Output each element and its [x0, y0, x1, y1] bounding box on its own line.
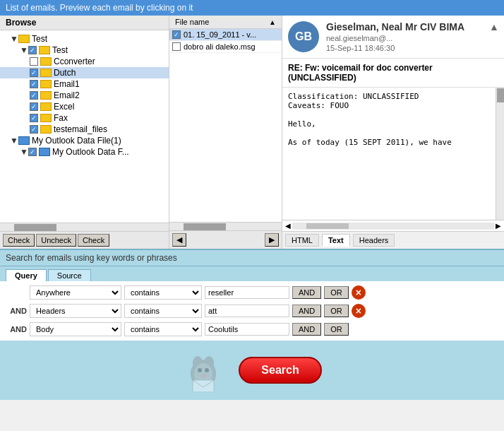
tree-item-testemail[interactable]: ✓ testemail_files — [0, 124, 169, 135]
tree-item-fax[interactable]: ✓ Fax — [0, 112, 169, 124]
search-tab-query[interactable]: Query — [6, 269, 47, 281]
check-button-2[interactable]: Check — [78, 234, 109, 247]
cat-mascot-icon — [182, 349, 224, 391]
folder-icon — [18, 35, 30, 43]
expand-icon-3: ▼ — [10, 136, 17, 146]
checkbox-test-child[interactable]: ✓ — [28, 46, 37, 54]
folder-icon-fax — [40, 114, 52, 122]
remove-button-2[interactable]: × — [352, 304, 366, 318]
file-row-1[interactable]: ✓ 01. 15_09_2011 - v... — [169, 29, 282, 41]
browse-header: Browse — [0, 16, 169, 30]
file-checkbox-1[interactable]: ✓ — [172, 30, 181, 39]
file-header: File name ▲ — [169, 16, 282, 29]
value-input-3[interactable] — [205, 323, 289, 336]
checkbox-excel[interactable]: ✓ — [30, 102, 38, 111]
tree-item-cconverter[interactable]: Cconverter — [0, 56, 169, 67]
tree-item-test-child[interactable]: ▼ ✓ Test — [0, 45, 169, 56]
body-hscroll[interactable] — [292, 223, 494, 230]
file-list[interactable]: ✓ 01. 15_09_2011 - v... dobro ali daleko… — [169, 29, 282, 222]
expand-icon-2: ▼ — [20, 45, 27, 55]
and-button-3[interactable]: AND — [292, 323, 321, 336]
tab-headers[interactable]: Headers — [353, 234, 395, 247]
sender-name: Gieselman, Neal Mr CIV BIMA — [326, 21, 483, 33]
search-row-1: Anywhere Subject Body Headers From To co… — [6, 285, 498, 300]
checkbox-cconverter[interactable] — [30, 57, 38, 66]
search-footer: Search — [0, 341, 504, 400]
nav-prev-button[interactable]: ◀ — [172, 233, 186, 247]
and-button-1[interactable]: AND — [292, 286, 321, 299]
search-panel: Search for emails using key words or phr… — [0, 249, 504, 400]
file-row-2[interactable]: dobro ali daleko.msg — [169, 41, 282, 53]
search-row-2: AND Headers Anywhere Subject Body From T… — [6, 304, 498, 318]
search-button[interactable]: Search — [239, 357, 321, 384]
checkbox-dutch[interactable]: ✓ — [30, 69, 38, 77]
or-button-3[interactable]: OR — [324, 323, 349, 336]
tree-hscroll-thumb — [14, 224, 56, 231]
tab-html[interactable]: HTML — [285, 234, 319, 247]
tree-item-outlook2[interactable]: ▼ ✓ My Outlook Data F... — [0, 146, 169, 158]
or-button-2[interactable]: OR — [324, 305, 349, 317]
and-button-2[interactable]: AND — [292, 305, 321, 317]
tree-area[interactable]: ▼ Test ▼ ✓ Test Cconverter ✓ Dutch — [0, 30, 169, 223]
search-row-3: AND Body Anywhere Subject Headers From T… — [6, 322, 498, 336]
checkbox-testemail[interactable]: ✓ — [30, 125, 38, 134]
source-select-2[interactable]: Headers Anywhere Subject Body From To — [30, 304, 121, 318]
tab-text[interactable]: Text — [322, 234, 350, 247]
value-input-1[interactable] — [205, 286, 289, 299]
value-input-2[interactable] — [205, 305, 289, 317]
body-vscroll-thumb — [497, 88, 504, 102]
folder-icon-outlook1 — [18, 136, 30, 145]
top-bar-label: List of emails. Preview each email by cl… — [6, 3, 193, 13]
tree-label-outlook2: My Outlook Data F... — [52, 147, 129, 157]
tree-item-email2[interactable]: ✓ Email2 — [0, 90, 169, 101]
check-buttons: Check Uncheck Check — [0, 231, 169, 249]
checkbox-email1[interactable]: ✓ — [30, 80, 38, 88]
file-checkbox-2[interactable] — [172, 42, 181, 51]
tree-label-email1: Email1 — [54, 79, 80, 89]
tree-item-dutch[interactable]: ✓ Dutch — [0, 67, 169, 78]
check-button-1[interactable]: Check — [3, 234, 35, 247]
checkbox-fax[interactable]: ✓ — [30, 114, 38, 122]
scroll-right-arrow[interactable]: ▶ — [496, 222, 501, 230]
source-select-3[interactable]: Body Anywhere Subject Headers From To — [30, 322, 121, 336]
body-vscroll[interactable] — [496, 88, 504, 220]
folder-icon-outlook2 — [39, 148, 50, 156]
file-hscroll[interactable] — [169, 222, 282, 230]
scroll-right-icon[interactable]: ▲ — [490, 21, 498, 33]
file-hscroll-thumb — [184, 223, 226, 230]
uncheck-button[interactable]: Uncheck — [36, 234, 76, 247]
expand-icon-4: ▼ — [20, 147, 27, 157]
email-header: GB Gieselman, Neal Mr CIV BIMA neal.gies… — [282, 16, 504, 59]
expand-icon: ▼ — [10, 34, 17, 44]
folder-icon-3 — [40, 57, 52, 66]
tree-item-test-root[interactable]: ▼ Test — [0, 33, 169, 45]
condition-select-2[interactable]: contains does not contain equals — [124, 304, 202, 318]
search-tab-source[interactable]: Source — [48, 269, 91, 281]
folder-icon-testemail — [40, 125, 52, 134]
tree-item-excel[interactable]: ✓ Excel — [0, 101, 169, 112]
folder-icon-email1 — [40, 80, 52, 88]
scroll-left-arrow[interactable]: ◀ — [285, 222, 291, 230]
source-select-1[interactable]: Anywhere Subject Body Headers From To — [30, 285, 121, 300]
folder-icon-excel — [40, 102, 52, 111]
file-panel: File name ▲ ✓ 01. 15_09_2011 - v... dobr… — [169, 16, 282, 249]
main-layout: Browse ▼ Test ▼ ✓ Test Cconverter — [0, 16, 504, 249]
tree-label-fax: Fax — [54, 113, 68, 123]
row-2-prefix: AND — [6, 307, 27, 315]
email-body: Classification: UNCLASSIFIED Caveats: FO… — [282, 88, 496, 220]
condition-select-3[interactable]: contains does not contain equals — [124, 322, 202, 336]
checkbox-outlook2[interactable]: ✓ — [28, 148, 37, 156]
condition-select-1[interactable]: contains does not contain equals — [124, 285, 202, 300]
folder-icon-dutch — [40, 69, 52, 77]
nav-next-button[interactable]: ▶ — [265, 233, 279, 247]
remove-button-1[interactable]: × — [352, 285, 366, 300]
tree-item-outlook1[interactable]: ▼ My Outlook Data File(1) — [0, 135, 169, 146]
tree-label-dutch: Dutch — [54, 68, 76, 78]
tree-label-2: Test — [52, 45, 68, 55]
or-button-1[interactable]: OR — [324, 286, 349, 299]
svg-point-5 — [205, 368, 209, 372]
checkbox-email2[interactable]: ✓ — [30, 91, 38, 100]
tree-label-outlook1: My Outlook Data File(1) — [32, 136, 121, 146]
tree-item-email1[interactable]: ✓ Email1 — [0, 78, 169, 90]
tree-hscroll[interactable] — [0, 223, 169, 231]
